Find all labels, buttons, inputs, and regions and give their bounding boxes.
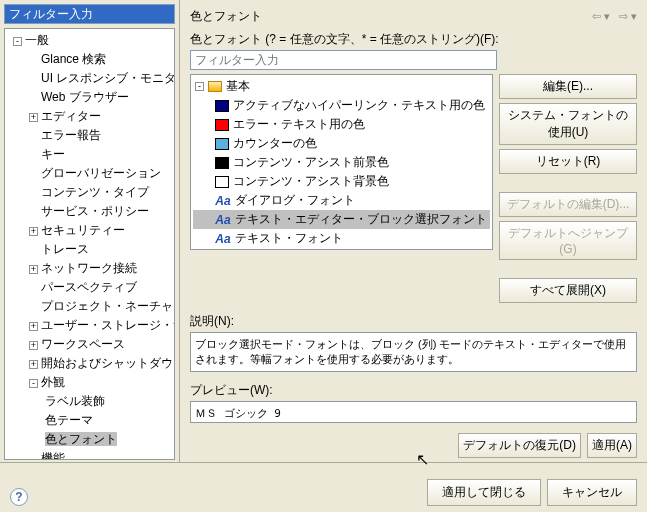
tree-item-colors-fonts[interactable]: 色とフォント bbox=[7, 430, 172, 449]
page-title: 色とフォント bbox=[190, 8, 262, 25]
colors-filter-input[interactable] bbox=[190, 50, 497, 70]
tree-item-workspace[interactable]: +ワークスペース bbox=[7, 335, 172, 354]
left-filter-input[interactable] bbox=[4, 4, 175, 24]
tree-item-startup-shutdown[interactable]: +開始およびシャットダウン bbox=[7, 354, 172, 373]
list-item[interactable]: Aaテキスト・フォント bbox=[193, 229, 490, 248]
preference-tree[interactable]: -一般 Glance 検索 UI レスポンシブ・モニター Web ブラウザー +… bbox=[4, 28, 175, 460]
help-icon[interactable]: ? bbox=[10, 488, 28, 506]
tree-item-content-type[interactable]: コンテンツ・タイプ bbox=[7, 183, 172, 202]
edit-default-button: デフォルトの編集(D)... bbox=[499, 192, 637, 217]
reset-button[interactable]: リセット(R) bbox=[499, 149, 637, 174]
tree-item-web-browser[interactable]: Web ブラウザー bbox=[7, 88, 172, 107]
tree-item-label-decoration[interactable]: ラベル装飾 bbox=[7, 392, 172, 411]
list-item-selected[interactable]: Aaテキスト・エディター・ブロック選択フォント bbox=[193, 210, 490, 229]
expand-icon[interactable]: + bbox=[29, 360, 38, 369]
tree-item-perspective[interactable]: パースペクティブ bbox=[7, 278, 172, 297]
list-item[interactable]: コンテンツ・アシスト背景色 bbox=[193, 172, 490, 191]
list-item[interactable]: カウンターの色 bbox=[193, 134, 490, 153]
color-swatch bbox=[215, 119, 229, 131]
tree-item-service-policy[interactable]: サービス・ポリシー bbox=[7, 202, 172, 221]
font-icon: Aa bbox=[215, 232, 231, 246]
goto-default-button: デフォルトへジャンプ(G) bbox=[499, 221, 637, 260]
apply-close-button[interactable]: 適用して閉じる bbox=[427, 479, 541, 506]
expand-icon[interactable]: + bbox=[29, 265, 38, 274]
edit-button[interactable]: 編集(E)... bbox=[499, 74, 637, 99]
restore-defaults-button[interactable]: デフォルトの復元(D) bbox=[458, 433, 581, 458]
nav-arrows[interactable]: ⇦ ▾ ⇨ ▾ bbox=[592, 10, 637, 23]
tree-item-security[interactable]: +セキュリティー bbox=[7, 221, 172, 240]
tree-item-appearance[interactable]: -外観 bbox=[7, 373, 172, 392]
colors-fonts-label: 色とフォント (? = 任意の文字、* = 任意のストリング)(F): bbox=[190, 31, 637, 48]
font-icon: Aa bbox=[215, 213, 231, 227]
description-label: 説明(N): bbox=[190, 313, 637, 330]
tree-item-glance[interactable]: Glance 検索 bbox=[7, 50, 172, 69]
color-swatch bbox=[215, 100, 229, 112]
list-item[interactable]: コンテンツ・アシスト前景色 bbox=[193, 153, 490, 172]
cancel-button[interactable]: キャンセル bbox=[547, 479, 637, 506]
tree-item-function[interactable]: 機能 bbox=[7, 449, 172, 460]
list-node-basic[interactable]: -基本 bbox=[193, 77, 490, 96]
tree-item-project-nature[interactable]: プロジェクト・ネーチャー bbox=[7, 297, 172, 316]
tree-item-error-report[interactable]: エラー報告 bbox=[7, 126, 172, 145]
list-item[interactable]: エラー・テキスト用の色 bbox=[193, 115, 490, 134]
tree-item-user-storage[interactable]: +ユーザー・ストレージ・サービス bbox=[7, 316, 172, 335]
list-item[interactable]: アクティブなハイパーリンク・テキスト用の色 bbox=[193, 96, 490, 115]
color-swatch bbox=[215, 138, 229, 150]
preview-box: ＭＳ ゴシック 9 The quick brown fox jumps over… bbox=[190, 401, 637, 423]
expand-icon[interactable]: + bbox=[29, 227, 38, 236]
list-item[interactable]: Aaダイアログ・フォント bbox=[193, 191, 490, 210]
expand-icon[interactable]: + bbox=[29, 341, 38, 350]
tree-item-network[interactable]: +ネットワーク接続 bbox=[7, 259, 172, 278]
tree-item-key[interactable]: キー bbox=[7, 145, 172, 164]
color-swatch bbox=[215, 176, 229, 188]
collapse-icon[interactable]: - bbox=[13, 37, 22, 46]
collapse-icon[interactable]: - bbox=[29, 379, 38, 388]
preview-label: プレビュー(W): bbox=[190, 382, 637, 399]
color-swatch bbox=[215, 157, 229, 169]
expand-all-button[interactable]: すべて展開(X) bbox=[499, 278, 637, 303]
tree-item-general[interactable]: -一般 bbox=[7, 31, 172, 50]
font-icon: Aa bbox=[215, 194, 231, 208]
list-item[interactable]: ハイパーリンク・テキスト用の色 bbox=[193, 248, 490, 250]
use-system-font-button[interactable]: システム・フォントの使用(U) bbox=[499, 103, 637, 145]
folder-icon bbox=[208, 81, 222, 92]
tree-item-color-theme[interactable]: 色テーマ bbox=[7, 411, 172, 430]
tree-item-editor[interactable]: +エディター bbox=[7, 107, 172, 126]
colors-fonts-list[interactable]: -基本 アクティブなハイパーリンク・テキスト用の色 エラー・テキスト用の色 カウ… bbox=[190, 74, 493, 250]
tree-item-ui-responsive[interactable]: UI レスポンシブ・モニター bbox=[7, 69, 172, 88]
tree-item-trace[interactable]: トレース bbox=[7, 240, 172, 259]
expand-icon[interactable]: + bbox=[29, 322, 38, 331]
tree-item-globalization[interactable]: グローバリゼーション bbox=[7, 164, 172, 183]
description-box: ブロック選択モード・フォントは、ブロック (列) モードのテキスト・エディターで… bbox=[190, 332, 637, 372]
collapse-icon[interactable]: - bbox=[195, 82, 204, 91]
expand-icon[interactable]: + bbox=[29, 113, 38, 122]
apply-button[interactable]: 適用(A) bbox=[587, 433, 637, 458]
